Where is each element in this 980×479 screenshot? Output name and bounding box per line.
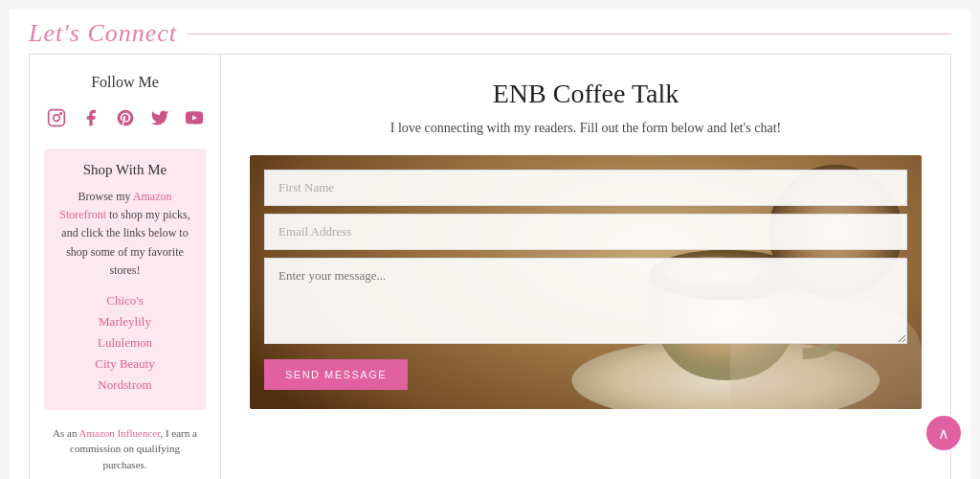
amazon-influencer-link[interactable]: Amazon Influencer bbox=[79, 427, 161, 439]
social-icons-row bbox=[44, 106, 206, 129]
sidebar: Follow Me bbox=[30, 55, 221, 479]
list-item: Chico's bbox=[56, 291, 194, 308]
store-links-list: Chico's Marleylily Lululemon City Beauty… bbox=[56, 291, 194, 393]
main-content-box: Follow Me bbox=[29, 54, 951, 479]
page-subtitle: I love connecting with my readers. Fill … bbox=[250, 121, 922, 136]
message-textarea[interactable] bbox=[264, 258, 907, 344]
shop-with-me-box: Shop With Me Browse my Amazon Storefront… bbox=[44, 148, 206, 410]
first-name-input[interactable] bbox=[264, 170, 907, 206]
svg-point-1 bbox=[53, 115, 59, 122]
page-container: Let's Connect Follow Me bbox=[10, 10, 970, 479]
list-item: Nordstrom bbox=[56, 376, 194, 393]
follow-me-title: Follow Me bbox=[44, 74, 206, 91]
form-fields: SEND MESSAGE bbox=[250, 155, 922, 409]
twitter-icon[interactable] bbox=[148, 106, 171, 129]
lululemon-link[interactable]: Lululemon bbox=[98, 335, 152, 350]
chicos-link[interactable]: Chico's bbox=[106, 293, 143, 308]
scroll-to-top-button[interactable]: ∧ bbox=[926, 416, 961, 450]
contact-form-area: SEND MESSAGE bbox=[250, 155, 922, 409]
affiliate-disclosure: As an Amazon Influencer, I earn a commis… bbox=[44, 425, 206, 473]
marleylily-link[interactable]: Marleylily bbox=[99, 314, 151, 329]
shop-with-me-title: Shop With Me bbox=[56, 162, 194, 178]
list-item: Lululemon bbox=[56, 333, 194, 351]
page-title: ENB Coffee Talk bbox=[250, 79, 922, 109]
instagram-icon[interactable] bbox=[45, 106, 68, 129]
email-input[interactable] bbox=[264, 214, 907, 250]
pinterest-icon[interactable] bbox=[114, 106, 137, 129]
facebook-icon[interactable] bbox=[79, 106, 102, 129]
svg-point-2 bbox=[59, 113, 60, 114]
send-message-button[interactable]: SEND MESSAGE bbox=[264, 359, 408, 390]
list-item: Marleylily bbox=[56, 312, 194, 330]
section-title: Let's Connect bbox=[29, 19, 177, 48]
section-header: Let's Connect bbox=[10, 10, 970, 54]
svg-rect-0 bbox=[48, 110, 64, 126]
nordstrom-link[interactable]: Nordstrom bbox=[98, 377, 151, 392]
list-item: City Beauty bbox=[56, 354, 194, 372]
city-beauty-link[interactable]: City Beauty bbox=[95, 356, 154, 371]
content-area: ENB Coffee Talk I love connecting with m… bbox=[221, 55, 950, 479]
shop-description: Browse my Amazon Storefront to shop my p… bbox=[56, 188, 194, 280]
youtube-icon[interactable] bbox=[183, 106, 206, 129]
section-title-line bbox=[187, 34, 951, 34]
